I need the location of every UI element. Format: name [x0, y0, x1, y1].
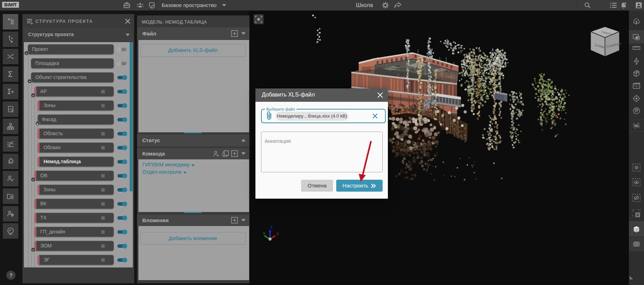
svg-text:1: 1 [633, 122, 634, 124]
svg-text:Z: Z [271, 225, 273, 229]
svg-text:X: X [277, 232, 279, 236]
svg-text:2D: 2D [9, 108, 13, 111]
svg-text:Y: Y [263, 232, 266, 236]
svg-text:2: 2 [638, 122, 639, 124]
